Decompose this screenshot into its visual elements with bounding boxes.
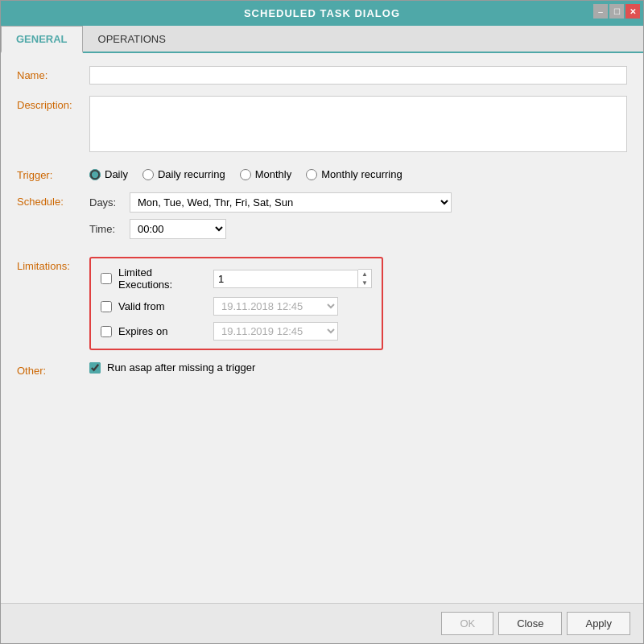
- dialog-title: SCHEDULED TASK DIALOG: [244, 7, 400, 19]
- trigger-label: Trigger:: [17, 166, 89, 181]
- other-field: Run asap after missing a trigger: [89, 361, 627, 374]
- valid-from-row: Valid from 19.11.2018 12:45: [101, 297, 372, 316]
- trigger-daily-recurring[interactable]: Daily recurring: [142, 168, 225, 180]
- trigger-radio-group: Daily Daily recurring Monthly Monthly re…: [89, 166, 627, 180]
- name-field-container: [89, 66, 627, 85]
- days-label: Days:: [89, 196, 130, 208]
- bottom-bar: OK Close Apply: [1, 603, 643, 643]
- spin-up-button[interactable]: ▲: [358, 270, 371, 279]
- valid-from-label: Valid from: [118, 300, 207, 312]
- name-row: Name:: [17, 66, 627, 85]
- valid-from-checkbox[interactable]: [101, 301, 112, 312]
- trigger-row: Trigger: Daily Daily recurring Monthly: [17, 166, 627, 181]
- spin-container: ▲ ▼: [213, 269, 372, 288]
- expires-on-row: Expires on 19.11.2019 12:45: [101, 322, 372, 341]
- titlebar-controls: – ☐ ✕: [593, 4, 640, 19]
- valid-from-select[interactable]: 19.11.2018 12:45: [213, 297, 338, 316]
- ok-button[interactable]: OK: [441, 612, 493, 635]
- trigger-daily[interactable]: Daily: [89, 168, 128, 180]
- other-label: Other:: [17, 361, 89, 377]
- radio-daily[interactable]: [89, 169, 101, 180]
- schedule-section: Days: Mon, Tue, Wed, Thr, Fri, Sat, Sun …: [89, 192, 627, 246]
- run-asap-row: Run asap after missing a trigger: [89, 361, 627, 374]
- radio-monthly-recurring[interactable]: [306, 169, 317, 180]
- scheduled-task-dialog: SCHEDULED TASK DIALOG – ☐ ✕ GENERAL OPER…: [0, 0, 644, 644]
- radio-monthly[interactable]: [240, 169, 251, 180]
- limited-executions-row: Limited Executions: ▲ ▼: [101, 266, 372, 291]
- name-input[interactable]: [89, 66, 627, 85]
- description-input[interactable]: [89, 96, 627, 152]
- limitations-label: Limitations:: [17, 257, 89, 272]
- form-content: Name: Description: Trigger: Daily: [1, 53, 643, 603]
- time-select[interactable]: 00:00: [130, 219, 226, 239]
- limited-executions-label: Limited Executions:: [118, 266, 207, 291]
- time-label: Time:: [89, 223, 130, 235]
- expires-on-checkbox[interactable]: [101, 326, 112, 337]
- close-button[interactable]: Close: [498, 612, 562, 635]
- limited-executions-checkbox[interactable]: [101, 273, 112, 284]
- name-label: Name:: [17, 66, 89, 81]
- expires-on-label: Expires on: [118, 325, 207, 337]
- maximize-button[interactable]: ☐: [609, 4, 624, 19]
- tab-general[interactable]: GENERAL: [1, 26, 83, 53]
- trigger-monthly-recurring[interactable]: Monthly recurring: [306, 168, 402, 180]
- run-asap-label: Run asap after missing a trigger: [107, 361, 255, 374]
- apply-button[interactable]: Apply: [567, 612, 630, 635]
- limitations-field: Limited Executions: ▲ ▼ Valid from: [89, 257, 627, 350]
- spin-buttons: ▲ ▼: [358, 269, 372, 288]
- titlebar: SCHEDULED TASK DIALOG – ☐ ✕: [1, 1, 643, 26]
- tab-operations[interactable]: OPERATIONS: [83, 26, 181, 52]
- limited-executions-input[interactable]: [213, 270, 358, 288]
- close-window-button[interactable]: ✕: [625, 4, 640, 19]
- run-asap-checkbox[interactable]: [89, 362, 101, 374]
- radio-daily-recurring[interactable]: [142, 169, 154, 180]
- schedule-row: Schedule: Days: Mon, Tue, Wed, Thr, Fri,…: [17, 192, 627, 246]
- trigger-monthly[interactable]: Monthly: [240, 168, 292, 180]
- spin-down-button[interactable]: ▼: [358, 279, 371, 287]
- other-row: Other: Run asap after missing a trigger: [17, 361, 627, 377]
- days-row: Days: Mon, Tue, Wed, Thr, Fri, Sat, Sun: [89, 192, 627, 213]
- limitations-row: Limitations: Limited Executions: ▲ ▼: [17, 257, 627, 350]
- limitations-box: Limited Executions: ▲ ▼ Valid from: [89, 257, 383, 350]
- description-field-container: [89, 96, 627, 155]
- description-label: Description:: [17, 96, 89, 111]
- tab-bar: GENERAL OPERATIONS: [1, 26, 643, 53]
- days-select[interactable]: Mon, Tue, Wed, Thr, Fri, Sat, Sun: [130, 192, 452, 213]
- description-row: Description:: [17, 96, 627, 155]
- schedule-label: Schedule:: [17, 192, 89, 208]
- time-row: Time: 00:00: [89, 219, 627, 239]
- minimize-button[interactable]: –: [593, 4, 608, 19]
- expires-on-select[interactable]: 19.11.2019 12:45: [213, 322, 338, 341]
- trigger-field: Daily Daily recurring Monthly Monthly re…: [89, 166, 627, 180]
